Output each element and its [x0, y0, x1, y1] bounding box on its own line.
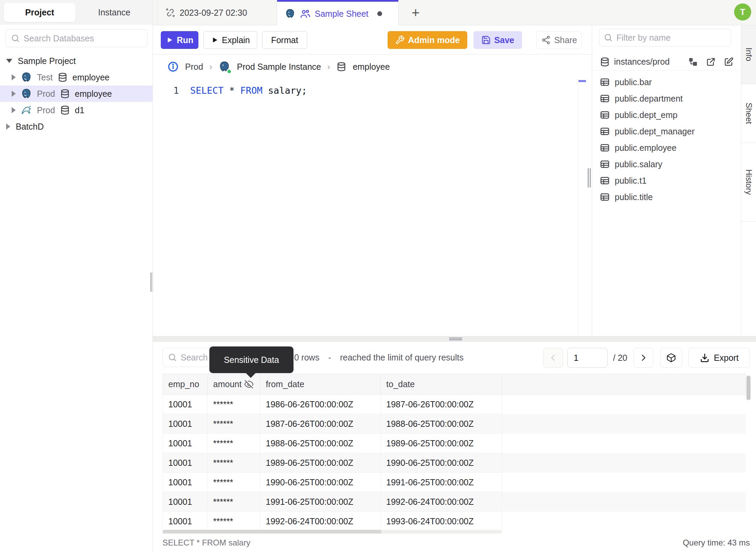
cell[interactable]: 1992-06-24T00:00:00Z — [260, 512, 381, 531]
eye-off-icon[interactable] — [244, 380, 253, 389]
cell[interactable]: 1991-06-25T00:00:00Z — [381, 473, 502, 492]
tree-item-batchd[interactable]: BatchD — [0, 118, 153, 135]
tab-info[interactable]: Info — [741, 25, 756, 84]
cell-masked[interactable]: ****** — [208, 492, 260, 512]
schema-diagram-icon[interactable] — [688, 57, 698, 67]
share-label: Share — [554, 35, 577, 45]
external-link-icon[interactable] — [706, 57, 716, 67]
tab-sheet[interactable]: Sheet — [741, 84, 756, 143]
database-icon — [60, 105, 70, 115]
table-list-item[interactable]: public.dept_manager — [592, 123, 741, 140]
share-button[interactable]: Share — [536, 31, 582, 49]
table-list-item[interactable]: public.bar — [592, 74, 741, 90]
cell[interactable]: 1988-06-25T00:00:00Z — [381, 414, 502, 434]
cell[interactable]: 1989-06-25T00:00:00Z — [381, 434, 502, 453]
page-number-input[interactable] — [567, 348, 608, 368]
caret-right-icon[interactable] — [12, 74, 16, 80]
info-icon[interactable] — [167, 61, 179, 73]
breadcrumb-instance[interactable]: Prod Sample Instance — [237, 62, 321, 72]
editor-line-1[interactable]: 1 SELECT * FROM salary; — [153, 83, 307, 97]
table-list-item[interactable]: public.department — [592, 90, 741, 107]
table-row[interactable]: 10001******1987-06-26T00:00:00Z1988-06-2… — [163, 414, 746, 434]
caret-right-icon[interactable] — [12, 107, 16, 113]
tab-project[interactable]: Project — [3, 2, 76, 22]
edit-icon[interactable] — [724, 57, 734, 67]
prev-page-button[interactable] — [543, 348, 563, 368]
cell[interactable]: 10001 — [163, 434, 208, 453]
table-row[interactable]: 10001******1992-06-24T00:00:00Z1993-06-2… — [163, 512, 746, 531]
cell[interactable]: 1991-06-25T00:00:00Z — [260, 492, 381, 512]
next-page-button[interactable] — [634, 348, 653, 368]
results-resize-divider[interactable] — [153, 336, 756, 342]
tab-adhoc-sheet[interactable]: 2023-09-27 02:30 — [157, 0, 277, 25]
tab-sample-sheet-active[interactable]: Sample Sheet — [277, 0, 399, 26]
cell-empty — [502, 492, 746, 512]
drag-handle[interactable] — [449, 338, 462, 340]
run-button[interactable]: Run — [161, 31, 198, 49]
filter-by-name-input[interactable] — [616, 33, 727, 43]
caret-down-icon[interactable] — [6, 59, 12, 63]
breadcrumb-database[interactable]: employee — [353, 62, 390, 72]
caret-right-icon[interactable] — [12, 91, 16, 97]
avatar[interactable]: T — [734, 3, 751, 21]
search-databases-input[interactable] — [24, 34, 142, 43]
right-panel-resize-handle[interactable] — [588, 168, 591, 187]
limit-text: reached the limit of query results — [340, 353, 464, 363]
breadcrumb-env[interactable]: Prod — [185, 62, 203, 72]
cell-masked[interactable]: ****** — [208, 434, 260, 453]
tab-instance[interactable]: Instance — [76, 0, 153, 25]
cell-masked[interactable]: ****** — [208, 453, 260, 473]
cell-masked[interactable]: ****** — [208, 512, 260, 531]
tree-item-test-employee[interactable]: Test employee — [0, 69, 153, 86]
search-icon — [603, 33, 613, 42]
tree-item-prod-employee-selected[interactable]: Prod employee — [0, 86, 153, 102]
column-header-from-date[interactable]: from_date — [260, 374, 381, 395]
cell-masked[interactable]: ****** — [208, 414, 260, 434]
export-button[interactable]: Export — [688, 348, 750, 368]
table-list-item[interactable]: public.dept_emp — [592, 107, 741, 123]
explain-button[interactable]: Explain — [204, 31, 257, 49]
table-list-item[interactable]: public.title — [592, 189, 741, 205]
table-row[interactable]: 10001******1988-06-25T00:00:00Z1989-06-2… — [163, 434, 746, 453]
cell[interactable]: 1988-06-25T00:00:00Z — [260, 434, 381, 453]
cell[interactable]: 10001 — [163, 453, 208, 473]
cell[interactable]: 1987-06-26T00:00:00Z — [381, 395, 502, 414]
table-icon — [600, 175, 610, 186]
tree-item-sample-project[interactable]: Sample Project — [0, 53, 153, 69]
cell[interactable]: 10001 — [163, 473, 208, 492]
admin-mode-button[interactable]: Admin mode — [388, 31, 467, 49]
cell[interactable]: 1987-06-26T00:00:00Z — [260, 414, 381, 434]
column-header-to-date[interactable]: to_date — [381, 374, 502, 395]
postgres-icon — [285, 8, 296, 19]
tree-item-prod-d1[interactable]: Prod d1 — [0, 102, 153, 118]
postgres-icon — [21, 88, 32, 100]
column-header-emp-no[interactable]: emp_no — [163, 374, 208, 395]
cell-masked[interactable]: ****** — [208, 395, 260, 414]
format-button[interactable]: Format — [262, 31, 307, 49]
new-tab-button[interactable]: + — [408, 5, 423, 21]
tab-history[interactable]: History — [741, 143, 756, 222]
cell-masked[interactable]: ****** — [208, 473, 260, 492]
cell[interactable]: 1989-06-25T00:00:00Z — [260, 453, 381, 473]
table-list-item[interactable]: public.t1 — [592, 172, 741, 189]
cell[interactable]: 1986-06-26T00:00:00Z — [260, 395, 381, 414]
table-row[interactable]: 10001******1989-06-25T00:00:00Z1990-06-2… — [163, 453, 746, 473]
table-row[interactable]: 10001******1991-06-25T00:00:00Z1992-06-2… — [163, 492, 746, 512]
cell[interactable]: 10001 — [163, 414, 208, 434]
table-list-item[interactable]: public.employee — [592, 140, 741, 156]
data-masking-button[interactable] — [660, 348, 682, 368]
cell[interactable]: 10001 — [163, 512, 208, 531]
table-row[interactable]: 10001******1986-06-26T00:00:00Z1987-06-2… — [163, 395, 746, 414]
save-button[interactable]: Save — [473, 31, 522, 49]
cell[interactable]: 1990-06-25T00:00:00Z — [260, 473, 381, 492]
cell[interactable]: 1992-06-24T00:00:00Z — [381, 492, 502, 512]
table-list-item[interactable]: public.salary — [592, 156, 741, 172]
vertical-scrollbar-thumb[interactable] — [746, 376, 751, 400]
cell[interactable]: 10001 — [163, 492, 208, 512]
sql-editor[interactable]: 1 SELECT * FROM salary; — [153, 79, 592, 336]
cell[interactable]: 1990-06-25T00:00:00Z — [381, 453, 502, 473]
cell[interactable]: 10001 — [163, 395, 208, 414]
cell[interactable]: 1993-06-24T00:00:00Z — [381, 512, 502, 531]
caret-right-icon[interactable] — [6, 123, 10, 130]
table-row[interactable]: 10001******1990-06-25T00:00:00Z1991-06-2… — [163, 473, 746, 492]
